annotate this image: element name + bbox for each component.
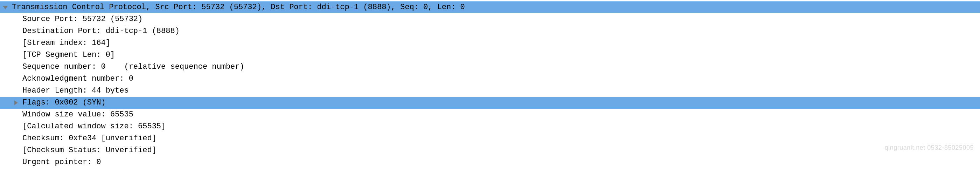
checksum-status-row[interactable]: [Checksum Status: Unverified]	[0, 144, 980, 156]
svg-marker-0	[3, 6, 8, 10]
checksum-row[interactable]: Checksum: 0xfe34 [unverified]	[0, 133, 980, 144]
calc-window-size-text: [Calculated window size: 65535]	[21, 121, 165, 133]
calc-window-size-row[interactable]: [Calculated window size: 65535]	[0, 121, 980, 133]
urgent-pointer-row[interactable]: Urgent pointer: 0	[0, 156, 980, 168]
packet-details-tree: Transmission Control Protocol, Src Port:…	[0, 0, 980, 168]
urgent-pointer-text: Urgent pointer: 0	[21, 156, 101, 168]
tcp-segment-len-row[interactable]: [TCP Segment Len: 0]	[0, 49, 980, 61]
header-length-text: Header Length: 44 bytes	[21, 85, 129, 97]
svg-marker-1	[14, 100, 18, 105]
tcp-header-text: Transmission Control Protocol, Src Port:…	[11, 2, 465, 13]
destination-port-text: Destination Port: ddi-tcp-1 (8888)	[21, 25, 180, 37]
stream-index-row[interactable]: [Stream index: 164]	[0, 37, 980, 49]
header-length-row[interactable]: Header Length: 44 bytes	[0, 85, 980, 97]
destination-port-row[interactable]: Destination Port: ddi-tcp-1 (8888)	[0, 25, 980, 37]
watermark-text: qingruanit.net 0532-85025005	[885, 143, 974, 153]
stream-index-text: [Stream index: 164]	[21, 37, 110, 49]
checksum-status-text: [Checksum Status: Unverified]	[21, 144, 156, 156]
tcp-segment-len-text: [TCP Segment Len: 0]	[21, 49, 115, 61]
window-size-text: Window size value: 65535	[21, 109, 134, 121]
source-port-row[interactable]: Source Port: 55732 (55732)	[0, 13, 980, 25]
ack-number-text: Acknowledgment number: 0	[21, 73, 134, 85]
checksum-text: Checksum: 0xfe34 [unverified]	[21, 133, 156, 144]
sequence-number-text: Sequence number: 0 (relative sequence nu…	[21, 61, 244, 73]
expand-icon[interactable]	[11, 100, 21, 105]
flags-text: Flags: 0x002 (SYN)	[21, 97, 106, 109]
source-port-text: Source Port: 55732 (55732)	[21, 13, 143, 25]
collapse-icon[interactable]	[0, 5, 11, 10]
ack-number-row[interactable]: Acknowledgment number: 0	[0, 73, 980, 85]
window-size-row[interactable]: Window size value: 65535	[0, 109, 980, 121]
sequence-number-row[interactable]: Sequence number: 0 (relative sequence nu…	[0, 61, 980, 73]
tcp-header-row[interactable]: Transmission Control Protocol, Src Port:…	[0, 2, 980, 13]
flags-row[interactable]: Flags: 0x002 (SYN)	[0, 97, 980, 109]
